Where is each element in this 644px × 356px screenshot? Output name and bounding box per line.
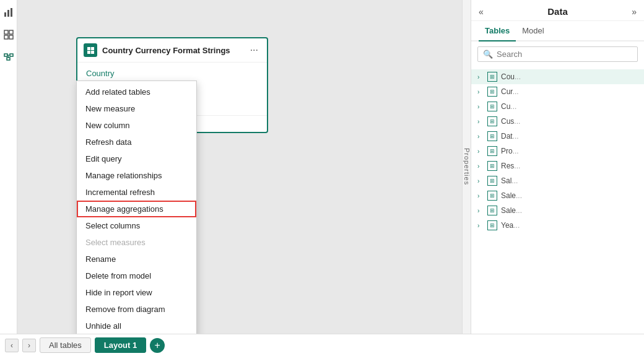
table-list-icon: ⊞ xyxy=(487,176,497,186)
table-name: Pro... xyxy=(501,147,519,155)
table-list-icon: ⊞ xyxy=(487,206,497,215)
list-item[interactable]: › ⊞ Dat... xyxy=(471,129,644,144)
right-panel-header: « Data » xyxy=(471,0,644,21)
left-sidebar xyxy=(0,0,17,334)
context-menu-rename[interactable]: Rename xyxy=(77,251,196,267)
chevron-right-icon: › xyxy=(477,74,484,80)
panel-collapse-right-button[interactable]: » xyxy=(632,7,637,17)
svg-rect-9 xyxy=(7,58,10,60)
context-menu-remove-from-diagram[interactable]: Remove from diagram xyxy=(77,301,196,318)
svg-rect-6 xyxy=(9,35,13,39)
chevron-right-icon: › xyxy=(477,133,484,140)
table-name: Res... xyxy=(501,162,520,170)
field-country: Country xyxy=(86,66,258,80)
svg-rect-12 xyxy=(87,47,90,50)
list-item[interactable]: › ⊞ Yea... xyxy=(471,218,644,233)
canvas-area: Country Currency Format Strings ··· Coun… xyxy=(17,0,462,334)
table-list-icon: ⊞ xyxy=(487,191,497,201)
context-menu-incremental-refresh[interactable]: Incremental refresh xyxy=(77,184,196,201)
context-menu-hide-in-report-view[interactable]: Hide in report view xyxy=(77,284,196,301)
svg-rect-2 xyxy=(11,8,12,17)
tab-tables[interactable]: Tables xyxy=(479,21,516,41)
table-list-icon: ⊞ xyxy=(487,131,497,141)
context-menu-unhide-all[interactable]: Unhide all xyxy=(77,318,196,334)
chevron-right-icon: › xyxy=(477,118,484,125)
app-container: Country Currency Format Strings ··· Coun… xyxy=(0,0,644,356)
table-card-icon xyxy=(84,43,97,57)
svg-rect-13 xyxy=(91,47,94,50)
table-name: Sale... xyxy=(501,206,522,215)
table-grid-icon[interactable] xyxy=(2,28,15,41)
list-item[interactable]: › ⊞ Cou... xyxy=(471,69,644,84)
chevron-right-icon: › xyxy=(477,163,484,170)
table-name: Dat... xyxy=(501,132,519,141)
table-card-header: Country Currency Format Strings ··· xyxy=(77,38,267,63)
context-menu-add-related-tables[interactable]: Add related tables xyxy=(77,84,196,100)
table-list-icon: ⊞ xyxy=(487,146,497,156)
chevron-right-icon: › xyxy=(477,103,484,110)
search-icon: 🔍 xyxy=(483,50,493,59)
context-menu-new-measure[interactable]: New measure xyxy=(77,100,196,117)
table-name: Sale... xyxy=(501,191,522,200)
context-menu-select-measures: Select measures xyxy=(77,234,196,251)
tab-all-tables[interactable]: All tables xyxy=(40,337,91,353)
table-name: Cou... xyxy=(501,72,521,81)
context-menu-edit-query[interactable]: Edit query xyxy=(77,150,196,167)
panel-collapse-left-button[interactable]: « xyxy=(479,7,484,17)
right-panel-tabs: Tables Model xyxy=(471,21,644,41)
svg-rect-1 xyxy=(7,10,9,17)
list-item[interactable]: › ⊞ Cu... xyxy=(471,99,644,114)
svg-rect-5 xyxy=(4,35,8,39)
table-name: Cu... xyxy=(501,102,516,111)
list-item[interactable]: › ⊞ Res... xyxy=(471,158,644,173)
bottom-bar: ‹ › All tables Layout 1 + xyxy=(0,334,644,356)
add-tab-button[interactable]: + xyxy=(150,338,165,353)
context-menu: Add related tables New measure New colum… xyxy=(76,80,197,334)
context-menu-new-column[interactable]: New column xyxy=(77,117,196,134)
svg-rect-15 xyxy=(91,51,94,54)
search-input[interactable] xyxy=(497,50,632,59)
nav-back-button[interactable]: ‹ xyxy=(5,339,19,352)
context-menu-manage-relationships[interactable]: Manage relationships xyxy=(77,167,196,184)
tab-layout-1[interactable]: Layout 1 xyxy=(95,337,146,353)
table-name: Cus... xyxy=(501,117,520,126)
bar-chart-icon[interactable] xyxy=(2,6,15,19)
context-menu-refresh-data[interactable]: Refresh data xyxy=(77,134,196,150)
svg-rect-4 xyxy=(9,30,13,34)
context-menu-select-columns[interactable]: Select columns xyxy=(77,217,196,234)
chevron-right-icon: › xyxy=(477,178,484,185)
table-name: Sal... xyxy=(501,176,518,185)
table-list-icon: ⊞ xyxy=(487,116,497,126)
nav-forward-button[interactable]: › xyxy=(22,339,36,352)
right-panel: « Data » Tables Model 🔍 › ⊞ Cou... › xyxy=(471,0,644,334)
properties-sidebar: Properties xyxy=(462,0,471,334)
list-item[interactable]: › ⊞ Pro... xyxy=(471,144,644,158)
right-panel-title: Data xyxy=(547,6,568,17)
model-icon[interactable] xyxy=(2,51,15,63)
search-box: 🔍 xyxy=(477,46,638,62)
table-list-icon: ⊞ xyxy=(487,161,497,171)
table-list-icon: ⊞ xyxy=(487,87,497,97)
main-area: Country Currency Format Strings ··· Coun… xyxy=(0,0,644,334)
table-name: Cur... xyxy=(501,87,519,96)
list-item[interactable]: › ⊞ Cur... xyxy=(471,84,644,99)
table-list-icon: ⊞ xyxy=(487,220,497,230)
chevron-right-icon: › xyxy=(477,193,484,199)
table-name: Yea... xyxy=(501,221,520,230)
list-item[interactable]: › ⊞ Sale... xyxy=(471,203,644,218)
list-item[interactable]: › ⊞ Sal... xyxy=(471,173,644,188)
chevron-right-icon: › xyxy=(477,222,484,229)
tab-model[interactable]: Model xyxy=(516,21,550,41)
chevron-right-icon: › xyxy=(477,89,484,95)
chevron-right-icon: › xyxy=(477,148,484,155)
table-list-icon: ⊞ xyxy=(487,72,497,82)
context-menu-manage-aggregations[interactable]: Manage aggregations xyxy=(77,201,196,217)
table-list: › ⊞ Cou... › ⊞ Cur... › ⊞ Cu... › ⊞ xyxy=(471,67,644,334)
chevron-right-icon: › xyxy=(477,207,484,214)
list-item[interactable]: › ⊞ Sale... xyxy=(471,188,644,203)
list-item[interactable]: › ⊞ Cus... xyxy=(471,114,644,129)
context-menu-delete-from-model[interactable]: Delete from model xyxy=(77,267,196,284)
svg-rect-7 xyxy=(4,54,7,56)
table-list-icon: ⊞ xyxy=(487,102,497,111)
more-options-button[interactable]: ··· xyxy=(248,43,261,57)
